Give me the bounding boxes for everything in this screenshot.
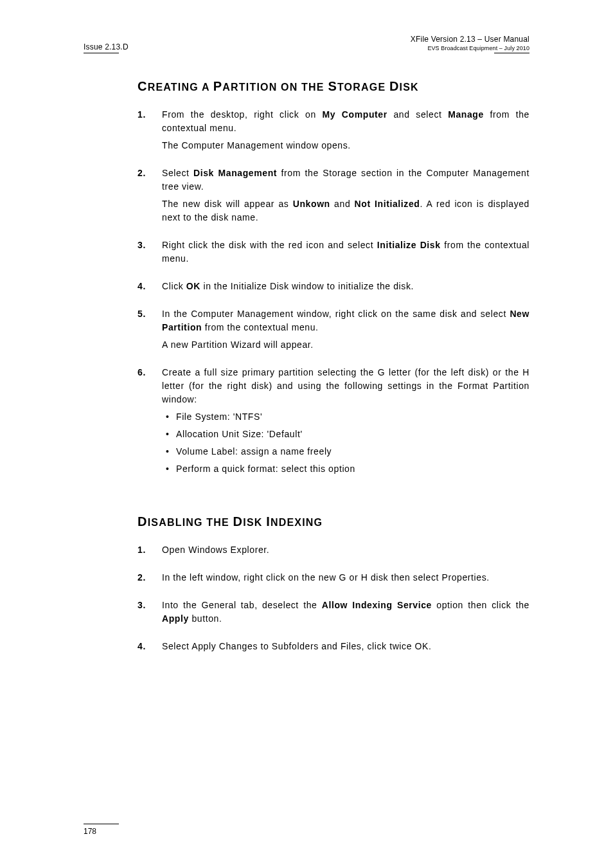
step-number: 6.: [138, 366, 150, 480]
bullet-item: Allocation Unit Size: 'Default': [162, 428, 529, 441]
step-item: 4.Click OK in the Initialize Disk window…: [138, 280, 529, 297]
step-number: 1.: [138, 543, 150, 561]
header-left: Issue 2.13.D: [84, 42, 129, 53]
step-item: 3.Right click the disk with the red icon…: [138, 239, 529, 269]
step-text: Right click the disk with the red icon a…: [162, 239, 529, 266]
step-text: In the left window, right click on the n…: [162, 571, 529, 584]
step-body: Create a full size primary partition sel…: [162, 366, 529, 480]
step-text: The new disk will appear as Unkown and N…: [162, 197, 529, 224]
step-text: In the Computer Management window, right…: [162, 307, 529, 334]
doc-title: XFile Version 2.13 – User Manual: [411, 35, 529, 44]
header-rule-right: [494, 53, 529, 53]
step-body: From the desktop, right click on My Comp…: [162, 108, 529, 156]
step-number: 3.: [138, 239, 150, 269]
step-item: 2.Select Disk Management from the Storag…: [138, 167, 529, 228]
step-number: 2.: [138, 167, 150, 228]
step-text: Select Apply Changes to Subfolders and F…: [162, 640, 529, 653]
step-number: 4.: [138, 280, 150, 297]
step-number: 3.: [138, 599, 150, 629]
step-body: In the left window, right click on the n…: [162, 571, 529, 588]
step-text: From the desktop, right click on My Comp…: [162, 108, 529, 135]
step-item: 4.Select Apply Changes to Subfolders and…: [138, 640, 529, 657]
step-body: Into the General tab, deselect the Allow…: [162, 599, 529, 629]
section-heading-indexing: DISABLING THE DISK INDEXING: [138, 514, 529, 529]
step-item: 3.Into the General tab, deselect the All…: [138, 599, 529, 629]
step-item: 1.Open Windows Explorer.: [138, 543, 529, 561]
step-body: In the Computer Management window, right…: [162, 307, 529, 356]
step-body: Select Apply Changes to Subfolders and F…: [162, 640, 529, 657]
page-footer: 178: [84, 824, 119, 836]
step-text: Into the General tab, deselect the Allow…: [162, 599, 529, 626]
step-text: Create a full size primary partition sel…: [162, 366, 529, 406]
step-text: Open Windows Explorer.: [162, 543, 529, 557]
steps-list-indexing: 1.Open Windows Explorer.2.In the left wi…: [138, 543, 529, 657]
issue-label: Issue 2.13.D: [84, 42, 129, 51]
step-text: Select Disk Management from the Storage …: [162, 167, 529, 194]
bullet-item: Volume Label: assign a name freely: [162, 445, 529, 458]
step-item: 6.Create a full size primary partition s…: [138, 366, 529, 480]
document-page: Issue 2.13.D XFile Version 2.13 – User M…: [0, 0, 613, 868]
step-number: 2.: [138, 571, 150, 588]
section-heading-partition: CREATING A PARTITION ON THE STORAGE DISK: [138, 79, 529, 94]
page-number: 178: [84, 827, 96, 836]
step-number: 5.: [138, 307, 150, 356]
step-number: 1.: [138, 108, 150, 156]
bullet-item: Perform a quick format: select this opti…: [162, 462, 529, 476]
step-text: The Computer Management window opens.: [162, 139, 529, 152]
step-bullets: File System: 'NTFS'Allocation Unit Size:…: [162, 410, 529, 476]
doc-subtitle: EVS Broadcast Equipment – July 2010: [411, 45, 529, 51]
bullet-item: File System: 'NTFS': [162, 410, 529, 424]
step-item: 5.In the Computer Management window, rig…: [138, 307, 529, 356]
step-text: A new Partition Wizard will appear.: [162, 338, 529, 352]
step-body: Right click the disk with the red icon a…: [162, 239, 529, 269]
header-rule-left: [84, 53, 119, 53]
step-number: 4.: [138, 640, 150, 657]
step-body: Click OK in the Initialize Disk window t…: [162, 280, 529, 297]
header-right: XFile Version 2.13 – User Manual EVS Bro…: [411, 35, 529, 53]
step-body: Select Disk Management from the Storage …: [162, 167, 529, 228]
step-item: 2.In the left window, right click on the…: [138, 571, 529, 588]
page-header: Issue 2.13.D XFile Version 2.13 – User M…: [84, 35, 529, 53]
step-item: 1.From the desktop, right click on My Co…: [138, 108, 529, 156]
step-text: Click OK in the Initialize Disk window t…: [162, 280, 529, 293]
footer-rule: [84, 824, 119, 824]
page-content: CREATING A PARTITION ON THE STORAGE DISK…: [138, 79, 529, 657]
steps-list-partition: 1.From the desktop, right click on My Co…: [138, 108, 529, 480]
step-body: Open Windows Explorer.: [162, 543, 529, 561]
